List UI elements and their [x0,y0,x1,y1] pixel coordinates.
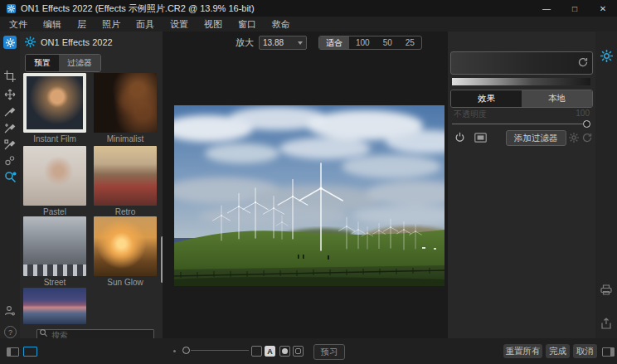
blur-bug-tool-icon[interactable] [4,155,16,167]
preset-thumbnail-sun-glow[interactable] [94,216,157,276]
add-filter-button[interactable]: 添加过滤器 [506,130,566,146]
cancel-button[interactable]: 取消 [573,344,597,358]
preset-thumbnail-retro[interactable] [94,146,157,206]
export-icon[interactable] [600,318,612,329]
master-opacity-label: 不透明度 [454,109,487,120]
on1-logo-icon [7,4,16,13]
panel-title: ON1 Effects 2022 [41,37,113,47]
crop-tool-icon[interactable] [4,70,16,82]
compare-split-icon[interactable]: A [265,346,275,357]
compare-off-icon[interactable] [251,346,262,357]
slider-knob[interactable] [583,120,590,128]
histogram [450,51,593,75]
preset-thumbnail-partial[interactable] [23,288,86,324]
tab-presets[interactable]: 预置 [26,55,59,71]
preset-label: Sun Glow [94,278,157,287]
menu-window[interactable]: 窗口 [238,18,256,31]
zoom-100-button[interactable]: 100 [349,36,377,49]
effects-module-icon[interactable] [600,50,613,62]
help-icon[interactable] [4,326,17,338]
thumbnail-size-dot [173,350,176,352]
zoom-value: 13.88 [263,38,284,47]
preset-label: Minimalist [94,134,157,143]
menu-photo[interactable]: 照片 [102,18,120,31]
menu-bar: 文件 编辑 层 照片 面具 设置 视图 窗口 救命 [0,17,617,32]
effects-gear-icon [25,36,36,47]
close-button[interactable]: ✕ [589,0,617,17]
zoom-fit-button[interactable]: 适合 [319,36,349,49]
masking-brush-tool-icon[interactable] [4,105,16,117]
move-tool-icon[interactable] [4,89,16,100]
filter-reset-icon[interactable] [582,133,592,143]
left-panel-toggle-icon[interactable] [7,347,19,357]
tone-gradient-bar [452,78,590,85]
zoom-label: 放大 [236,36,254,49]
preset-label: Street [23,278,86,287]
tab-effects[interactable]: 效果 [451,90,522,107]
perfect-brush-tool-icon[interactable] [4,122,16,133]
zoom-preset-group: 适合 100 50 25 [318,36,422,50]
browser-view-toggle-icon[interactable] [23,347,37,357]
soft-proof-icon[interactable] [293,346,304,357]
preset-thumbnail-street[interactable] [23,216,86,276]
tab-local[interactable]: 本地 [522,90,592,107]
master-opacity-value: 100 [576,109,590,120]
tab-filters[interactable]: 过滤器 [59,55,100,71]
preview-button[interactable]: 预习 [313,344,345,360]
done-button[interactable]: 完成 [546,344,570,358]
menu-file[interactable]: 文件 [9,18,27,31]
effects-local-tabs: 效果 本地 [450,90,593,108]
mask-icon[interactable] [474,133,487,143]
histogram-reset-icon[interactable] [578,57,588,67]
reset-all-button[interactable]: 重置所有 [503,344,542,358]
menu-settings[interactable]: 设置 [170,18,188,31]
preset-thumbnail-pastel[interactable] [23,146,86,206]
thumbnail-size-slider-track[interactable] [191,350,249,351]
browser-tabs: 预置 过滤器 [25,54,101,72]
bottom-bar: A 预习 重置所有 完成 取消 [0,338,617,364]
preset-label: Instant Film [23,134,86,143]
effects-panel: 效果 本地 不透明度 100 添加过滤器 [448,32,595,338]
thumbnail-size-slider-knob[interactable] [182,347,190,354]
zoom-50-button[interactable]: 50 [377,36,399,49]
account-icon[interactable] [4,305,16,317]
zoom-dropdown[interactable]: 13.88 [259,36,307,50]
menu-layer[interactable]: 层 [77,18,86,31]
minimize-button[interactable]: — [532,0,561,17]
maximize-button[interactable]: □ [561,0,589,17]
zoom-25-button[interactable]: 25 [399,36,421,49]
chevron-down-icon [298,41,303,45]
preset-label: Retro [94,207,157,216]
filter-power-icon[interactable] [454,132,465,143]
right-rail [595,32,617,338]
preset-thumbnail-minimalist[interactable] [94,73,157,133]
print-icon[interactable] [600,284,612,295]
tool-rail [0,32,20,338]
right-panel-toggle-icon[interactable] [602,347,615,357]
menu-edit[interactable]: 编辑 [43,18,61,31]
app-window: ON1 Effects 2022 (Effects 示例照片.CR2 @ 13.… [0,0,617,364]
preset-label: Pastel [23,207,86,216]
canvas-area: 放大 13.88 适合 100 50 25 [163,32,448,338]
preset-browser-panel: ON1 Effects 2022 预置 过滤器 Instant Film Min… [20,32,163,338]
preset-thumbnail-instant-film[interactable] [23,73,86,133]
window-title: ON1 Effects 2022 (Effects 示例照片.CR2 @ 13.… [21,2,255,15]
filter-options-gear-icon[interactable] [569,133,579,143]
title-bar: ON1 Effects 2022 (Effects 示例照片.CR2 @ 13.… [0,0,617,17]
mask-view-icon[interactable] [279,346,290,357]
refine-brush-tool-icon[interactable] [4,138,16,150]
photo-windfarm[interactable] [174,105,445,286]
menu-view[interactable]: 视图 [204,18,222,31]
menu-mask[interactable]: 面具 [136,18,154,31]
on1-app-icon [3,36,17,49]
menu-help[interactable]: 救命 [272,18,290,31]
zoom-view-tool-icon[interactable] [4,171,17,184]
search-icon [39,328,48,337]
master-opacity-slider[interactable] [452,120,590,128]
